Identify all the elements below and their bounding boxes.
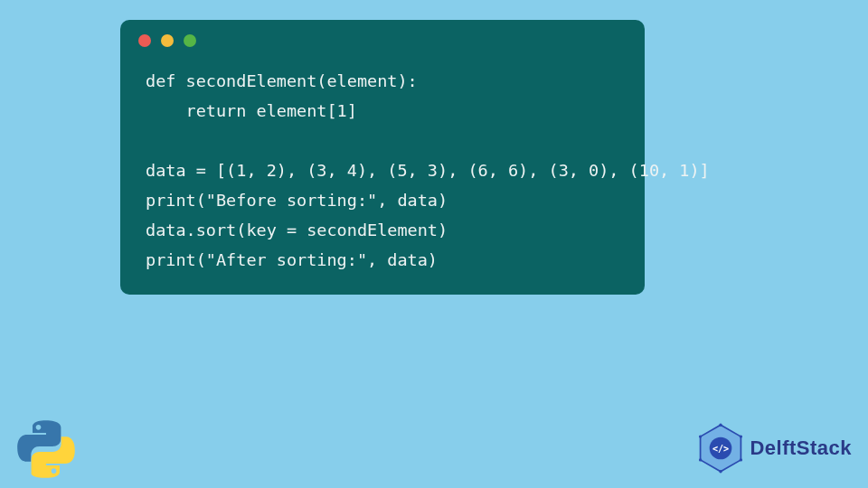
svg-text:</>: </> xyxy=(712,444,729,454)
code-line: data = [(1, 2), (3, 4), (5, 3), (6, 6), … xyxy=(146,161,710,180)
code-line: print("Before sorting:", data) xyxy=(146,191,448,210)
minimize-icon xyxy=(161,34,174,47)
svg-point-5 xyxy=(740,435,742,437)
svg-point-8 xyxy=(699,458,702,461)
code-line: def secondElement(element): xyxy=(146,71,418,90)
code-block: def secondElement(element): return eleme… xyxy=(120,60,645,275)
python-logo-icon xyxy=(16,419,76,479)
code-line: return element[1] xyxy=(146,101,357,120)
code-line: print("After sorting:", data) xyxy=(146,250,438,269)
window-controls xyxy=(120,20,645,60)
maximize-icon xyxy=(184,34,196,47)
svg-point-4 xyxy=(720,424,722,427)
code-line: data.sort(key = secondElement) xyxy=(146,221,448,239)
delftstack-emblem-icon: </> xyxy=(695,423,746,474)
delftstack-brand-text: DelftStack xyxy=(750,436,852,460)
svg-point-9 xyxy=(699,435,702,437)
code-window: def secondElement(element): return eleme… xyxy=(120,20,645,295)
svg-point-6 xyxy=(740,458,742,461)
close-icon xyxy=(138,34,151,47)
delftstack-logo: </> DelftStack xyxy=(695,423,852,474)
svg-point-7 xyxy=(720,470,722,473)
